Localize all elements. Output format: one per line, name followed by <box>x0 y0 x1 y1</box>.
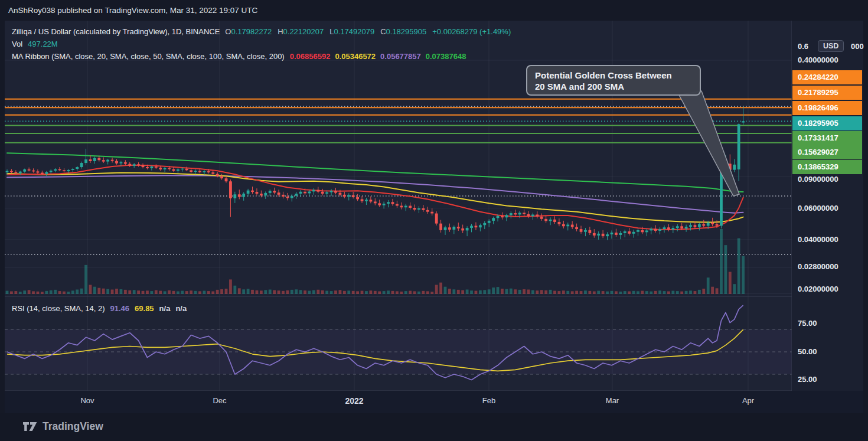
volume-bar <box>264 290 267 294</box>
volume-bar <box>475 291 478 294</box>
volume-bar <box>6 291 9 294</box>
volume-bar <box>378 291 381 294</box>
volume-bar <box>220 289 223 294</box>
price-level-badge: 0.18295905 <box>792 116 862 130</box>
rsi-value: n/a <box>159 304 171 313</box>
volume-bar <box>28 290 31 294</box>
candle-body <box>461 228 464 230</box>
candle-body <box>518 213 521 214</box>
volume-bar <box>514 289 517 294</box>
volume-bar <box>544 290 547 294</box>
candle-body <box>544 219 547 221</box>
candle-body <box>694 225 697 227</box>
volume-bar <box>531 290 534 294</box>
volume-bar <box>738 239 740 294</box>
candle-body <box>97 158 100 161</box>
price-level-badge: 0.24284220 <box>792 70 862 84</box>
candle-body <box>540 217 543 219</box>
chart-svg[interactable] <box>5 21 863 413</box>
symbol-title: Zilliqa / US Dollar (calculated by Tradi… <box>12 27 220 36</box>
rsi-axis-label: 25.00 <box>798 375 817 384</box>
candle-body <box>689 225 692 227</box>
rsi-values: 91.4669.85n/an/a <box>110 304 187 313</box>
candle-body <box>658 229 661 231</box>
volume-bar <box>58 291 61 294</box>
volume-bar <box>391 291 394 294</box>
volume-bar <box>194 291 197 294</box>
rsi-axis-label: 75.00 <box>798 319 817 328</box>
volume-bar <box>505 289 508 294</box>
candle-body <box>150 166 153 168</box>
candle-body <box>102 160 105 161</box>
symbol-row: Zilliqa / US Dollar (calculated by Tradi… <box>12 25 511 38</box>
candle-body <box>404 206 407 208</box>
price-axis[interactable]: 0.6 USD 000 0.400000000.090000000.060000… <box>792 21 863 391</box>
ohlc-pair: L0.17492079 <box>329 27 374 36</box>
candle-body <box>698 224 701 227</box>
candle-body <box>63 170 66 171</box>
time-axis-label: Nov <box>80 396 94 405</box>
volume-bar <box>461 290 464 294</box>
volume-bar <box>63 292 66 294</box>
volume-bar <box>720 229 723 294</box>
volume-bar <box>207 291 210 294</box>
volume-bar <box>707 277 710 294</box>
volume-bar <box>352 291 355 294</box>
candle-body <box>711 223 714 224</box>
volume-bar <box>680 292 683 294</box>
ma-line-sma-20[interactable] <box>7 165 743 230</box>
candle-body <box>177 169 180 171</box>
candle-body <box>168 168 171 169</box>
chart-canvas[interactable]: Zilliqa / US Dollar (calculated by Tradi… <box>5 21 863 413</box>
candle-body <box>54 169 57 171</box>
volume-bar <box>497 287 500 294</box>
golden-cross-callout[interactable]: Potential Golden Cross Between 20 SMA an… <box>526 65 701 96</box>
volume-bar <box>142 291 145 294</box>
candle-body <box>190 170 192 172</box>
volume-bar <box>67 292 70 294</box>
rsi-value: 91.46 <box>110 304 130 313</box>
price-level-badge: 0.15629027 <box>792 145 862 159</box>
candle-body <box>483 223 486 226</box>
volume-bar <box>611 291 614 294</box>
volume-bar <box>383 291 386 294</box>
ma-ribbon-values: 0.068565920.053465720.056778570.07387648 <box>290 52 466 61</box>
candle-body <box>422 208 425 210</box>
volume-bar <box>742 256 745 294</box>
volume-bar <box>80 289 83 294</box>
candle-body <box>203 171 206 172</box>
volume-bar <box>159 291 162 294</box>
volume-bar <box>470 290 473 294</box>
volume-bar <box>400 292 403 294</box>
candle-body <box>676 226 679 228</box>
volume-bar <box>426 291 429 294</box>
volume-bar <box>676 291 679 294</box>
candle-body <box>128 164 131 166</box>
candle-body <box>45 172 48 174</box>
candle-body <box>264 193 267 195</box>
ma-line-sma-100[interactable] <box>7 175 743 213</box>
publish-note: AnShRoy038 published on TradingView.com,… <box>8 6 257 15</box>
candle-body <box>720 172 723 226</box>
ma-line-sma-50[interactable] <box>7 173 743 223</box>
volume-bar <box>133 290 136 294</box>
volume-bar <box>312 290 315 294</box>
candle-body <box>580 229 583 232</box>
volume-bar <box>369 290 372 294</box>
price-axis-label: 0.06000000 <box>798 204 838 213</box>
volume-bar <box>694 291 697 294</box>
candle-body <box>413 208 416 210</box>
time-axis[interactable]: NovDec2022FebMarApr <box>5 391 863 413</box>
ohlc-pair: H0.22120207 <box>278 27 324 36</box>
candle-body <box>356 197 359 199</box>
volume-bar <box>325 291 328 294</box>
volume-value: 497.22M <box>28 40 58 48</box>
volume-bar <box>624 291 626 294</box>
tradingview-brand-link[interactable]: TradingView <box>22 420 103 433</box>
volume-bar <box>295 289 298 294</box>
candle-body <box>308 191 311 193</box>
currency-toggle-button[interactable]: USD <box>818 40 844 52</box>
volume-bar <box>321 290 324 294</box>
volume-bar <box>650 292 652 294</box>
rsi-panel-legend: RSI (14, close, SMA, 14, 2) 91.4669.85n/… <box>12 302 187 315</box>
